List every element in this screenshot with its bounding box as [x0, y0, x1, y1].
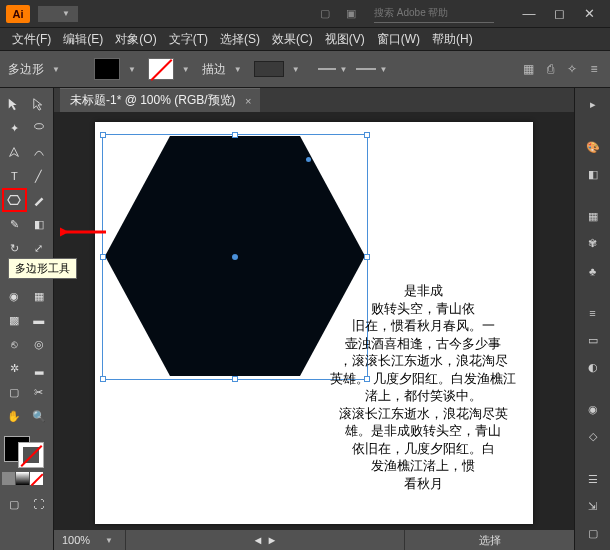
type-tool[interactable]: T — [2, 164, 27, 188]
pen-tool[interactable] — [2, 140, 27, 164]
transform-icon[interactable]: ✧ — [564, 62, 580, 76]
resize-handle[interactable] — [100, 132, 106, 138]
menu-type[interactable]: 文字(T) — [163, 29, 214, 50]
stroke-color-swatch[interactable] — [148, 58, 174, 80]
panel-icon[interactable]: ▣ — [342, 5, 360, 23]
layers-panel-icon[interactable]: ☰ — [582, 469, 604, 490]
transparency-panel-icon[interactable]: ◐ — [582, 357, 604, 378]
status-bar: 100%▼ ◄ ► 选择 — [54, 530, 574, 550]
blend-tool[interactable]: ◎ — [27, 332, 52, 356]
svg-point-0 — [34, 124, 43, 129]
menu-select[interactable]: 选择(S) — [214, 29, 266, 50]
annotation-arrow — [60, 222, 108, 242]
asset-export-panel-icon[interactable]: ⇲ — [582, 496, 604, 517]
menu-effect[interactable]: 效果(C) — [266, 29, 319, 50]
resize-handle[interactable] — [232, 376, 238, 382]
magic-wand-tool[interactable]: ✦ — [2, 116, 27, 140]
text-frame[interactable]: 是非成 败转头空，青山依 旧在，惯看秋月春风。一 壶浊酒喜相逢，古今多少事 ，滚… — [323, 282, 523, 493]
resize-handle[interactable] — [100, 254, 106, 260]
stroke-dropdown-icon[interactable]: ▼ — [182, 65, 190, 74]
hand-tool[interactable]: ✋ — [2, 404, 27, 428]
vertex-anchor[interactable] — [306, 157, 311, 162]
appearance-panel-icon[interactable]: ◉ — [582, 399, 604, 420]
stroke-width-input[interactable] — [254, 61, 284, 77]
screen-mode-change[interactable]: ⛶ — [27, 492, 52, 516]
close-button[interactable]: ✕ — [574, 4, 604, 24]
eraser-tool[interactable]: ◧ — [27, 212, 52, 236]
status-navigation[interactable]: ◄ ► — [126, 534, 404, 546]
mesh-tool[interactable]: ▩ — [2, 308, 27, 332]
gradient-panel-icon[interactable]: ▭ — [582, 330, 604, 351]
svg-marker-1 — [8, 196, 20, 205]
align-icon[interactable]: ⎙ — [542, 62, 558, 76]
artboard-tool[interactable]: ▢ — [2, 380, 27, 404]
arrange-documents-icon[interactable]: ▢ — [316, 5, 334, 23]
artboard[interactable]: 是非成 败转头空，青山依 旧在，惯看秋月春风。一 壶浊酒喜相逢，古今多少事 ，滚… — [95, 122, 533, 524]
brushes-panel-icon[interactable]: ✾ — [582, 233, 604, 254]
menu-help[interactable]: 帮助(H) — [426, 29, 479, 50]
perspective-grid-tool[interactable]: ▦ — [27, 284, 52, 308]
scale-tool[interactable]: ⤢ — [27, 236, 52, 260]
workspace-switcher[interactable]: ▼ — [38, 6, 78, 22]
menu-object[interactable]: 对象(O) — [109, 29, 162, 50]
symbol-sprayer-tool[interactable]: ✲ — [2, 356, 27, 380]
document-tab[interactable]: 未标题-1* @ 100% (RGB/预览) × — [60, 88, 260, 112]
grid-view-icon[interactable]: ▦ — [520, 62, 536, 76]
screen-mode-normal[interactable]: ▢ — [2, 492, 27, 516]
stroke-profile-icon[interactable] — [318, 68, 336, 70]
brush-definition-icon[interactable] — [356, 68, 376, 70]
symbols-panel-icon[interactable]: ♣ — [582, 260, 604, 281]
gradient-tool[interactable]: ▬ — [27, 308, 52, 332]
zoom-level-input[interactable]: 100%▼ — [54, 530, 126, 550]
stroke-panel-icon[interactable]: ≡ — [582, 303, 604, 324]
swatches-panel-icon[interactable]: ▦ — [582, 206, 604, 227]
paintbrush-tool[interactable] — [27, 188, 51, 212]
menu-view[interactable]: 视图(V) — [319, 29, 371, 50]
graphic-styles-panel-icon[interactable]: ◇ — [582, 426, 604, 447]
eyedropper-tool[interactable]: ⎋ — [2, 332, 27, 356]
selection-dropdown-icon[interactable]: ▼ — [52, 65, 60, 74]
selection-type-label: 多边形 — [8, 61, 44, 78]
shaper-tool[interactable]: ✎ — [2, 212, 27, 236]
color-mode-none[interactable] — [30, 472, 43, 485]
menu-edit[interactable]: 编辑(E) — [57, 29, 109, 50]
help-search-input[interactable]: 搜索 Adobe 帮助 — [374, 5, 494, 23]
close-tab-icon[interactable]: × — [245, 95, 251, 107]
menu-window[interactable]: 窗口(W) — [371, 29, 426, 50]
zoom-tool[interactable]: 🔍 — [27, 404, 52, 428]
color-guide-panel-icon[interactable]: ◧ — [582, 164, 604, 185]
fill-dropdown-icon[interactable]: ▼ — [128, 65, 136, 74]
resize-handle[interactable] — [364, 254, 370, 260]
minimize-button[interactable]: — — [514, 4, 544, 24]
center-anchor[interactable] — [232, 254, 238, 260]
menu-file[interactable]: 文件(F) — [6, 29, 57, 50]
direct-selection-tool[interactable] — [27, 92, 52, 116]
canvas[interactable]: 是非成 败转头空，青山依 旧在，惯看秋月春风。一 壶浊酒喜相逢，古今多少事 ，滚… — [54, 112, 574, 530]
resize-handle[interactable] — [232, 132, 238, 138]
color-mode-gradient[interactable] — [16, 472, 29, 485]
color-mode-solid[interactable] — [2, 472, 15, 485]
expand-panels-icon[interactable]: ▸ — [582, 94, 604, 115]
fill-color-swatch[interactable] — [94, 58, 120, 80]
stroke-label: 描边 — [202, 61, 226, 78]
column-graph-tool[interactable]: ▂ — [27, 356, 52, 380]
fill-stroke-well[interactable] — [2, 434, 46, 470]
title-bar: Ai ▼ ▢ ▣ 搜索 Adobe 帮助 — ◻ ✕ — [0, 0, 610, 28]
resize-handle[interactable] — [100, 376, 106, 382]
artboards-panel-icon[interactable]: ▢ — [582, 523, 604, 544]
line-segment-tool[interactable]: ╱ — [27, 164, 52, 188]
color-panel-icon[interactable]: 🎨 — [582, 137, 604, 158]
stroke-width-dropdown-icon[interactable]: ▼ — [292, 65, 300, 74]
rotate-tool[interactable]: ↻ — [2, 236, 27, 260]
selection-tool[interactable] — [2, 92, 27, 116]
panel-menu-icon[interactable]: ≡ — [586, 62, 602, 76]
resize-handle[interactable] — [364, 132, 370, 138]
lasso-tool[interactable] — [27, 116, 52, 140]
shape-builder-tool[interactable]: ◉ — [2, 284, 27, 308]
maximize-button[interactable]: ◻ — [544, 4, 574, 24]
stroke-well[interactable] — [18, 442, 44, 468]
curvature-tool[interactable] — [27, 140, 52, 164]
polygon-tool[interactable] — [2, 188, 27, 212]
slice-tool[interactable]: ✂ — [27, 380, 52, 404]
polygon-tool-tooltip: 多边形工具 — [8, 258, 77, 279]
